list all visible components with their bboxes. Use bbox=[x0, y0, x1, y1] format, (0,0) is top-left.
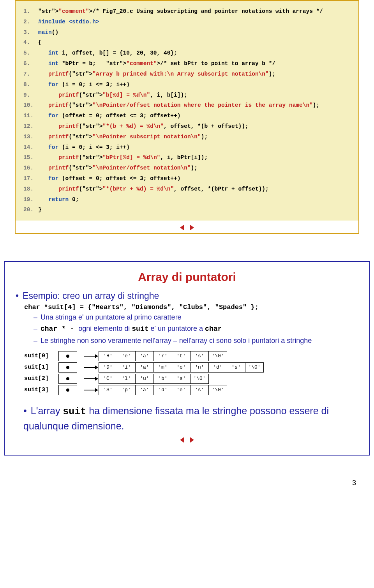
code-line: 3.main() bbox=[23, 27, 351, 38]
char-cell: '\0' bbox=[208, 351, 227, 361]
slide-title: Array di puntatori bbox=[16, 270, 358, 284]
char-cell: 's' bbox=[190, 385, 209, 395]
triangle-right-icon bbox=[190, 437, 194, 443]
text-frag: ogni elemento di bbox=[78, 325, 132, 332]
text-frag: L'array bbox=[31, 405, 63, 416]
char-cell: 'b' bbox=[153, 374, 172, 384]
char-cell: 'l' bbox=[117, 374, 136, 384]
char-cell: 'u' bbox=[135, 374, 154, 384]
code-line: 10. printf("str">"\nPointer/offset notat… bbox=[23, 100, 351, 111]
char-cells: 'H''e''a''r''t''s''\0' bbox=[99, 351, 227, 361]
char-cell: 'D' bbox=[99, 362, 117, 373]
char-cell: 'd' bbox=[153, 385, 172, 395]
char-cell: 'a' bbox=[135, 362, 154, 373]
code-line: 9. printf("str">"b[%d] = %d\n", i, b[i])… bbox=[23, 90, 351, 101]
char-cell: 'n' bbox=[190, 362, 209, 373]
triangle-right-icon bbox=[190, 225, 194, 230]
code-frag: suit bbox=[132, 325, 148, 333]
arrow-icon bbox=[84, 356, 97, 357]
code-line: 8. for (i = 0; i <= 3; i++) bbox=[23, 79, 351, 90]
nav-bar bbox=[16, 221, 358, 233]
code-line: 13. printf("str">"\nPointer subscript no… bbox=[23, 132, 351, 142]
code-block: 1."str">"comment">/* Fig7_20.c Using sub… bbox=[16, 1, 358, 221]
code-line: 17. for (offset = 0; offset <= 3; offset… bbox=[23, 173, 351, 184]
code-line: 7. printf("str">"Array b printed with:\n… bbox=[23, 69, 351, 79]
bullet-text: Esempio: creo un array di stringhe bbox=[23, 291, 159, 301]
arrow-icon bbox=[84, 367, 97, 368]
dot-icon bbox=[66, 366, 69, 369]
code-line: 2.#include <stdio.h> bbox=[23, 17, 351, 27]
code-line: 18. printf("str">"*(bPtr + %d) = %d\n", … bbox=[23, 184, 351, 194]
code-line: 1."str">"comment">/* Fig7_20.c Using sub… bbox=[23, 6, 351, 17]
triangle-left-icon bbox=[180, 225, 184, 230]
code-line: 16. printf("str">"\nPointer/offset notat… bbox=[23, 163, 351, 173]
pointer-box bbox=[58, 351, 77, 361]
sub-text: Una stringa e' un puntatore al primo car… bbox=[41, 313, 182, 321]
code-line: 5. int i, offset, b[] = {10, 20, 30, 40}… bbox=[23, 48, 351, 58]
char-cell: '\0' bbox=[245, 362, 264, 373]
page-number: 3 bbox=[0, 479, 356, 487]
next-button[interactable] bbox=[189, 437, 196, 443]
prev-button[interactable] bbox=[178, 437, 185, 443]
code-line: 20.} bbox=[23, 205, 351, 215]
char-cell: 't' bbox=[172, 351, 191, 361]
char-cell: 'o' bbox=[172, 362, 191, 373]
char-cells: 'S''p''a''d''e''s''\0' bbox=[99, 385, 227, 395]
char-cell: 's' bbox=[172, 374, 191, 384]
char-cell: '\0' bbox=[208, 385, 227, 395]
row-label: suit[3] bbox=[24, 387, 58, 393]
diagram-row: suit[2]'C''l''u''b''s''\0' bbox=[24, 374, 358, 384]
sub-bullet-2: –char * - ogni elemento di suit e' un pu… bbox=[34, 324, 358, 334]
char-cells: 'D''i''a''m''o''n''d''s''\0' bbox=[99, 362, 264, 373]
code-line: 11. for (offset = 0; offset <= 3; offset… bbox=[23, 111, 351, 121]
row-label: suit[0] bbox=[24, 353, 58, 359]
code-declaration: char *suit[4] = {"Hearts", "Diamonds", "… bbox=[24, 304, 358, 311]
char-cell: 'd' bbox=[208, 362, 227, 373]
char-cell: 'S' bbox=[99, 385, 117, 395]
pointer-box bbox=[58, 374, 77, 384]
pointer-box bbox=[58, 362, 77, 373]
code-line: 19. return 0; bbox=[23, 194, 351, 205]
code-line: 4.{ bbox=[23, 37, 351, 48]
row-label: suit[1] bbox=[24, 364, 58, 371]
char-cell: 'C' bbox=[99, 374, 117, 384]
row-label: suit[2] bbox=[24, 375, 58, 382]
code-frag: suit bbox=[63, 406, 86, 417]
code-line: 14. for (i = 0; i <= 3; i++) bbox=[23, 142, 351, 153]
char-cell: '\0' bbox=[190, 374, 209, 384]
diagram-row: suit[0]'H''e''a''r''t''s''\0' bbox=[24, 351, 358, 361]
triangle-left-icon bbox=[180, 437, 184, 443]
arrow-icon bbox=[84, 390, 97, 390]
arrow-icon bbox=[84, 378, 97, 379]
code-frag: char bbox=[205, 325, 222, 333]
char-cell: 'e' bbox=[117, 351, 136, 361]
dot-icon bbox=[66, 355, 69, 358]
code-line: 6. int *bPtr = b; "str">"comment">/* set… bbox=[23, 58, 351, 69]
nav-bar bbox=[16, 433, 358, 445]
char-cell: 'p' bbox=[117, 385, 136, 395]
char-cell: 's' bbox=[190, 351, 209, 361]
sub-bullet-3: –Le stringhe non sono veramente nell'arr… bbox=[34, 336, 358, 346]
char-cell: 'i' bbox=[117, 362, 136, 373]
next-button[interactable] bbox=[189, 225, 196, 230]
slide-array-di-puntatori: Array di puntatori •Esempio: creo un arr… bbox=[4, 261, 370, 456]
code-line: 12. printf("str">"*(b + %d) = %d\n", off… bbox=[23, 121, 351, 132]
pointer-box bbox=[58, 385, 77, 395]
char-cell: 'H' bbox=[99, 351, 117, 361]
bullet-conclusion: •L'array suit ha dimensione fissata ma l… bbox=[23, 404, 352, 433]
memory-diagram: suit[0]'H''e''a''r''t''s''\0'suit[1]'D''… bbox=[24, 351, 358, 395]
code-frag: char * - bbox=[41, 325, 78, 333]
slide-code: 1."str">"comment">/* Fig7_20.c Using sub… bbox=[15, 0, 359, 234]
char-cell: 'a' bbox=[135, 351, 154, 361]
char-cell: 'e' bbox=[172, 385, 191, 395]
char-cell: 'a' bbox=[135, 385, 154, 395]
code-line: 15. printf("str">"bPtr[%d] = %d\n", i, b… bbox=[23, 152, 351, 163]
char-cell: 's' bbox=[227, 362, 245, 373]
dot-icon bbox=[66, 388, 69, 392]
char-cells: 'C''l''u''b''s''\0' bbox=[99, 374, 209, 384]
diagram-row: suit[3]'S''p''a''d''e''s''\0' bbox=[24, 385, 358, 395]
text-frag: e' un puntatore a bbox=[149, 325, 205, 332]
diagram-row: suit[1]'D''i''a''m''o''n''d''s''\0' bbox=[24, 362, 358, 373]
prev-button[interactable] bbox=[178, 225, 185, 230]
bullet-esempio: •Esempio: creo un array di stringhe bbox=[16, 291, 358, 301]
